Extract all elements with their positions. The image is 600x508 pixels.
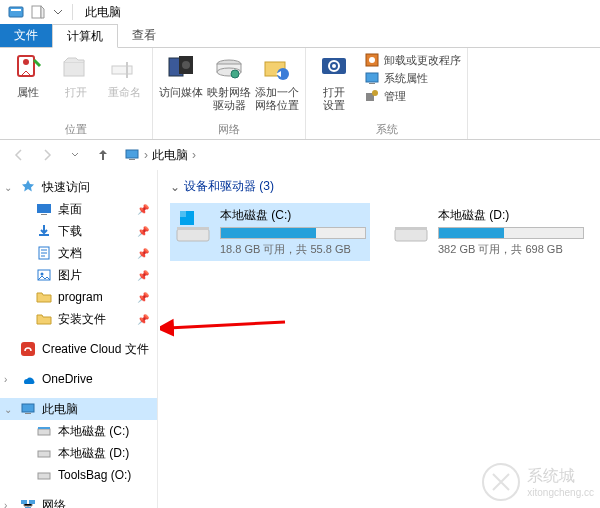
- breadcrumb[interactable]: › 此电脑 ›: [120, 144, 200, 166]
- section-devices-drives[interactable]: ⌄ 设备和驱动器 (3): [170, 178, 588, 195]
- chevron-right-icon[interactable]: ›: [144, 148, 148, 162]
- svg-rect-23: [369, 83, 375, 84]
- folder-icon: [36, 289, 52, 305]
- svg-rect-28: [37, 204, 51, 213]
- sidebar-item-pictures[interactable]: 图片 📌: [0, 264, 157, 286]
- watermark: 系统城 xitongcheng.cc: [481, 462, 594, 502]
- tab-computer[interactable]: 计算机: [52, 24, 118, 48]
- network-icon: [20, 497, 36, 508]
- sidebar-this-pc[interactable]: ⌄ 此电脑: [0, 398, 157, 420]
- annotation-arrow: [160, 310, 290, 340]
- chevron-right-icon[interactable]: ›: [192, 148, 196, 162]
- folder-icon: [36, 311, 52, 327]
- drive-d[interactable]: 本地磁盘 (D:) 382 GB 可用，共 698 GB: [388, 203, 588, 261]
- sidebar-drive-d[interactable]: 本地磁盘 (D:): [0, 442, 157, 464]
- content-area: ⌄ 快速访问 桌面 📌 下载 📌 文档 📌 图片 📌 program 📌: [0, 170, 600, 508]
- documents-icon: [36, 245, 52, 261]
- main-pane[interactable]: ⌄ 设备和驱动器 (3) 本地磁盘 (C:) 18.8 GB 可用，共 55.8…: [158, 170, 600, 508]
- qat-properties-icon[interactable]: [30, 4, 46, 20]
- svg-rect-0: [9, 7, 23, 17]
- sidebar-item-documents[interactable]: 文档 📌: [0, 242, 157, 264]
- uninstall-icon: [364, 52, 380, 68]
- svg-rect-48: [395, 227, 427, 230]
- svg-rect-35: [25, 413, 31, 414]
- media-icon: [165, 52, 197, 84]
- breadcrumb-root[interactable]: 此电脑: [152, 147, 188, 164]
- pin-icon: 📌: [137, 314, 149, 325]
- drive-icon: [36, 467, 52, 483]
- svg-rect-40: [21, 500, 27, 504]
- svg-point-19: [332, 64, 336, 68]
- chevron-down-icon: ⌄: [170, 180, 180, 194]
- recent-dropdown[interactable]: [64, 144, 86, 166]
- sidebar-item-install[interactable]: 安装文件 📌: [0, 308, 157, 330]
- svg-rect-1: [11, 9, 21, 11]
- open-settings-button[interactable]: 打开 设置: [312, 52, 356, 112]
- navigation-pane[interactable]: ⌄ 快速访问 桌面 📌 下载 📌 文档 📌 图片 📌 program 📌: [0, 170, 158, 508]
- svg-rect-5: [64, 62, 84, 76]
- drive-space: 382 GB 可用，共 698 GB: [438, 242, 584, 257]
- pin-icon: 📌: [137, 204, 149, 215]
- chevron-down-icon[interactable]: ⌄: [4, 182, 14, 193]
- svg-point-14: [231, 70, 239, 78]
- sidebar-onedrive[interactable]: › OneDrive: [0, 368, 157, 390]
- svg-rect-22: [366, 73, 378, 82]
- forward-button[interactable]: [36, 144, 58, 166]
- desktop-icon: [36, 201, 52, 217]
- thispc-icon: [20, 401, 36, 417]
- qat-dropdown-icon[interactable]: [50, 4, 66, 20]
- manage-button[interactable]: 管理: [364, 88, 461, 104]
- up-button[interactable]: [92, 144, 114, 166]
- manage-icon: [364, 88, 380, 104]
- svg-rect-29: [41, 214, 47, 215]
- svg-point-4: [23, 59, 29, 65]
- pin-icon: 📌: [137, 248, 149, 259]
- tab-view[interactable]: 查看: [118, 24, 170, 47]
- uninstall-button[interactable]: 卸载或更改程序: [364, 52, 461, 68]
- svg-point-10: [182, 61, 190, 69]
- open-icon: [60, 52, 92, 84]
- pictures-icon: [36, 267, 52, 283]
- group-label-network: 网络: [159, 122, 299, 137]
- sidebar-network[interactable]: › 网络: [0, 494, 157, 508]
- separator: [72, 4, 73, 20]
- chevron-right-icon[interactable]: ›: [4, 500, 14, 509]
- svg-rect-47: [395, 229, 427, 241]
- svg-point-21: [369, 57, 375, 63]
- back-button[interactable]: [8, 144, 30, 166]
- settings-icon: [318, 52, 350, 84]
- tab-file[interactable]: 文件: [0, 24, 52, 47]
- system-properties-button[interactable]: 系统属性: [364, 70, 461, 86]
- sysprop-icon: [364, 70, 380, 86]
- sidebar-drive-o[interactable]: ToolsBag (O:): [0, 464, 157, 486]
- map-drive-button[interactable]: 映射网络 驱动器: [207, 52, 251, 112]
- open-button[interactable]: 打开: [54, 52, 98, 99]
- drive-icon: [174, 207, 212, 245]
- svg-line-49: [168, 322, 285, 328]
- drive-usage-bar: [438, 227, 584, 239]
- address-bar: › 此电脑 ›: [0, 140, 600, 170]
- system-menu-icon[interactable]: [8, 4, 24, 20]
- sidebar-item-desktop[interactable]: 桌面 📌: [0, 198, 157, 220]
- rename-button[interactable]: 重命名: [102, 52, 146, 99]
- add-location-button[interactable]: 添加一个 网络位置: [255, 52, 299, 112]
- chevron-right-icon[interactable]: ›: [4, 374, 14, 385]
- svg-rect-41: [29, 500, 35, 504]
- rename-icon: [108, 52, 140, 84]
- drive-name: 本地磁盘 (D:): [438, 207, 584, 224]
- sidebar-drive-c[interactable]: 本地磁盘 (C:): [0, 420, 157, 442]
- sidebar-creative-cloud[interactable]: Creative Cloud 文件: [0, 338, 157, 360]
- sidebar-item-program[interactable]: program 📌: [0, 286, 157, 308]
- pin-icon: 📌: [137, 270, 149, 281]
- sidebar-item-downloads[interactable]: 下载 📌: [0, 220, 157, 242]
- drive-icon: [36, 423, 52, 439]
- svg-point-32: [41, 273, 44, 276]
- properties-button[interactable]: 属性: [6, 52, 50, 99]
- svg-rect-36: [38, 429, 50, 435]
- access-media-button[interactable]: 访问媒体: [159, 52, 203, 99]
- sidebar-quick-access[interactable]: ⌄ 快速访问: [0, 176, 157, 198]
- drive-c[interactable]: 本地磁盘 (C:) 18.8 GB 可用，共 55.8 GB: [170, 203, 370, 261]
- chevron-down-icon[interactable]: ⌄: [4, 404, 14, 415]
- drive-name: 本地磁盘 (C:): [220, 207, 366, 224]
- svg-rect-37: [38, 427, 50, 429]
